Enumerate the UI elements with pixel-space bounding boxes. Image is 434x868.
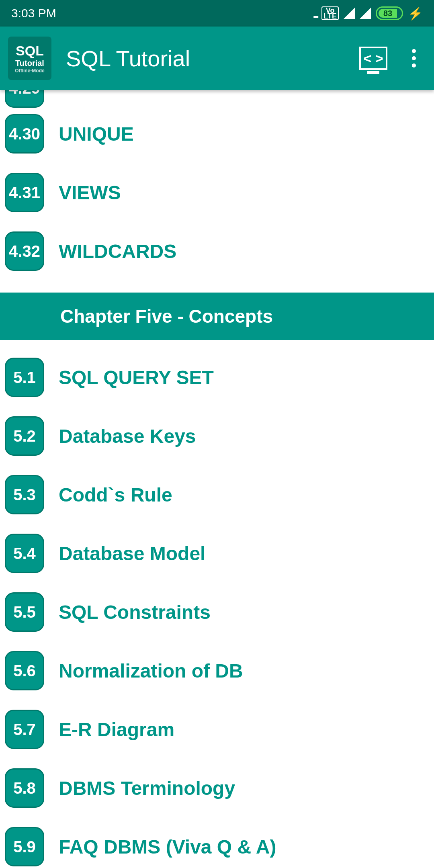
code-console-icon[interactable]: < >: [359, 47, 387, 70]
item-number-badge: 5.1: [5, 358, 44, 397]
item-label: SQL Constraints: [59, 601, 211, 623]
app-logo-icon: SQL Tutorial Offline-Mode: [8, 37, 51, 80]
list-item-er[interactable]: 5.7 E-R Diagram: [0, 700, 434, 759]
logo-line3: Offline-Mode: [15, 68, 44, 74]
logo-line1: SQL: [16, 43, 44, 59]
item-number-badge: 4.32: [5, 231, 44, 271]
item-number-badge: 4.29: [5, 90, 44, 108]
item-label: Database Keys: [59, 425, 196, 447]
item-number-badge: 5.7: [5, 710, 44, 749]
item-number-badge: 5.4: [5, 534, 44, 573]
list-item-faq[interactable]: 5.9 FAQ DBMS (Viva Q & A): [0, 817, 434, 868]
list-item-wildcards[interactable]: 4.32 WILDCARDS: [0, 222, 434, 280]
list-item-constraints[interactable]: 5.5 SQL Constraints: [0, 583, 434, 641]
list-item-unique[interactable]: 4.30 UNIQUE: [0, 104, 434, 163]
status-time: 3:03 PM: [11, 6, 56, 20]
more-indicator-icon: ...: [313, 6, 317, 21]
item-number-badge: 5.5: [5, 592, 44, 632]
status-right: ... VoLTE 83 ⚡: [313, 6, 423, 21]
item-number-badge: 4.31: [5, 173, 44, 212]
battery-icon: 83: [376, 6, 403, 20]
item-label: VIEWS: [59, 182, 121, 204]
list-item-dbmodel[interactable]: 5.4 Database Model: [0, 524, 434, 583]
content-list[interactable]: 4.29 UNION 4.30 UNIQUE 4.31 VIEWS 4.32 W…: [0, 90, 434, 868]
list-item-dbmsterm[interactable]: 5.8 DBMS Terminology: [0, 759, 434, 817]
item-label: E-R Diagram: [59, 719, 174, 741]
list-item-dbkeys[interactable]: 5.2 Database Keys: [0, 407, 434, 465]
app-bar: SQL Tutorial Offline-Mode SQL Tutorial <…: [0, 27, 434, 90]
battery-level: 83: [379, 9, 397, 18]
logo-line2: Tutorial: [15, 59, 44, 68]
item-label: FAQ DBMS (Viva Q & A): [59, 836, 276, 858]
item-number-badge: 4.30: [5, 114, 44, 154]
signal-icon: [360, 8, 371, 19]
app-title: SQL Tutorial: [66, 45, 359, 72]
list-item-views[interactable]: 4.31 VIEWS: [0, 163, 434, 222]
item-label: WILDCARDS: [59, 240, 176, 262]
chapter-header-five: Chapter Five - Concepts: [0, 293, 434, 340]
list-item-codd[interactable]: 5.3 Codd`s Rule: [0, 465, 434, 524]
item-number-badge: 5.8: [5, 768, 44, 808]
item-label: Normalization of DB: [59, 660, 243, 682]
list-item-union[interactable]: 4.29 UNION: [0, 90, 434, 104]
item-label: UNIQUE: [59, 123, 134, 145]
item-number-badge: 5.3: [5, 475, 44, 514]
overflow-menu-button[interactable]: [406, 49, 422, 68]
item-label: Database Model: [59, 542, 205, 565]
list-item-normal[interactable]: 5.6 Normalization of DB: [0, 641, 434, 700]
list-item-queryset[interactable]: 5.1 SQL QUERY SET: [0, 348, 434, 407]
item-number-badge: 5.2: [5, 416, 44, 456]
item-label: DBMS Terminology: [59, 777, 235, 799]
volte-icon: VoLTE: [321, 6, 339, 20]
item-number-badge: 5.6: [5, 651, 44, 690]
charging-icon: ⚡: [408, 6, 423, 20]
signal-icon: [344, 8, 355, 19]
status-bar: 3:03 PM ... VoLTE 83 ⚡: [0, 0, 434, 27]
item-label: UNION: [59, 90, 121, 90]
item-number-badge: 5.9: [5, 827, 44, 866]
item-label: SQL QUERY SET: [59, 366, 214, 389]
item-label: Codd`s Rule: [59, 484, 172, 506]
